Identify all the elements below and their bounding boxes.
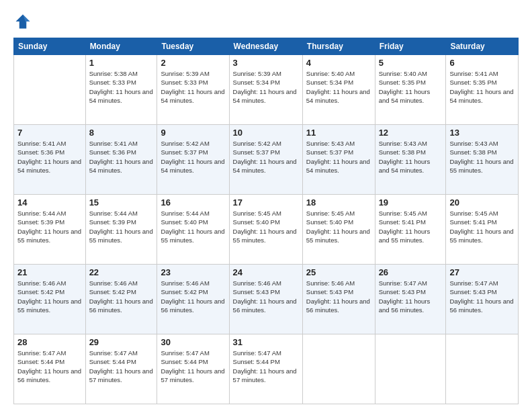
day-number: 1 [89, 58, 154, 68]
day-info: Sunrise: 5:43 AM Sunset: 5:38 PM Dayligh… [449, 139, 515, 175]
calendar-cell: 8Sunrise: 5:41 AM Sunset: 5:36 PM Daylig… [85, 125, 157, 195]
page: SundayMondayTuesdayWednesdayThursdayFrid… [0, 0, 532, 411]
header-row: SundayMondayTuesdayWednesdayThursdayFrid… [14, 38, 519, 55]
day-info: Sunrise: 5:47 AM Sunset: 5:43 PM Dayligh… [379, 279, 443, 314]
day-info: Sunrise: 5:44 AM Sunset: 5:40 PM Dayligh… [161, 209, 225, 244]
day-info: Sunrise: 5:46 AM Sunset: 5:43 PM Dayligh… [306, 279, 371, 314]
day-number: 14 [17, 197, 82, 208]
day-info: Sunrise: 5:45 AM Sunset: 5:40 PM Dayligh… [233, 209, 299, 244]
day-header-sunday: Sunday [14, 38, 86, 55]
day-header-tuesday: Tuesday [157, 38, 229, 55]
calendar-cell: 17Sunrise: 5:45 AM Sunset: 5:40 PM Dayli… [229, 195, 302, 265]
day-number: 2 [161, 58, 225, 68]
day-number: 22 [89, 267, 154, 277]
calendar-cell: 13Sunrise: 5:43 AM Sunset: 5:38 PM Dayli… [446, 125, 519, 195]
day-number: 23 [161, 267, 225, 277]
calendar-cell: 22Sunrise: 5:46 AM Sunset: 5:42 PM Dayli… [85, 265, 157, 334]
calendar-table: SundayMondayTuesdayWednesdayThursdayFrid… [13, 38, 519, 404]
day-number: 25 [306, 267, 371, 277]
calendar-cell: 29Sunrise: 5:47 AM Sunset: 5:44 PM Dayli… [85, 334, 157, 404]
day-info: Sunrise: 5:47 AM Sunset: 5:43 PM Dayligh… [449, 279, 515, 314]
calendar-cell: 24Sunrise: 5:46 AM Sunset: 5:43 PM Dayli… [229, 265, 302, 334]
day-info: Sunrise: 5:41 AM Sunset: 5:35 PM Dayligh… [449, 69, 515, 105]
day-number: 9 [161, 128, 225, 138]
calendar-cell: 28Sunrise: 5:47 AM Sunset: 5:44 PM Dayli… [14, 334, 86, 404]
calendar-cell: 4Sunrise: 5:40 AM Sunset: 5:34 PM Daylig… [302, 55, 375, 125]
calendar-cell [14, 55, 86, 125]
calendar-cell: 25Sunrise: 5:46 AM Sunset: 5:43 PM Dayli… [302, 265, 375, 334]
calendar-cell: 30Sunrise: 5:47 AM Sunset: 5:44 PM Dayli… [157, 334, 229, 404]
day-info: Sunrise: 5:40 AM Sunset: 5:35 PM Dayligh… [379, 69, 443, 105]
day-info: Sunrise: 5:43 AM Sunset: 5:37 PM Dayligh… [306, 139, 371, 175]
calendar-cell: 14Sunrise: 5:44 AM Sunset: 5:39 PM Dayli… [14, 195, 86, 265]
logo [13, 12, 35, 31]
day-number: 11 [306, 128, 371, 138]
day-header-friday: Friday [375, 38, 446, 55]
day-number: 19 [379, 197, 443, 208]
day-info: Sunrise: 5:44 AM Sunset: 5:39 PM Dayligh… [89, 209, 154, 244]
day-number: 8 [89, 128, 154, 138]
day-header-thursday: Thursday [302, 38, 375, 55]
day-info: Sunrise: 5:44 AM Sunset: 5:39 PM Dayligh… [17, 209, 82, 244]
day-number: 28 [17, 337, 82, 347]
calendar-cell [446, 334, 519, 404]
week-row-3: 21Sunrise: 5:46 AM Sunset: 5:42 PM Dayli… [14, 265, 519, 334]
day-info: Sunrise: 5:42 AM Sunset: 5:37 PM Dayligh… [161, 139, 225, 175]
day-header-monday: Monday [85, 38, 157, 55]
calendar-cell: 10Sunrise: 5:42 AM Sunset: 5:37 PM Dayli… [229, 125, 302, 195]
calendar-body: 1Sunrise: 5:38 AM Sunset: 5:33 PM Daylig… [14, 55, 519, 404]
day-number: 30 [161, 337, 225, 347]
day-info: Sunrise: 5:39 AM Sunset: 5:33 PM Dayligh… [161, 69, 225, 105]
calendar-cell: 19Sunrise: 5:45 AM Sunset: 5:41 PM Dayli… [375, 195, 446, 265]
day-info: Sunrise: 5:39 AM Sunset: 5:34 PM Dayligh… [233, 69, 299, 105]
calendar-cell [302, 334, 375, 404]
calendar-cell: 16Sunrise: 5:44 AM Sunset: 5:40 PM Dayli… [157, 195, 229, 265]
day-number: 13 [449, 128, 515, 138]
day-info: Sunrise: 5:43 AM Sunset: 5:38 PM Dayligh… [379, 139, 443, 175]
day-number: 29 [89, 337, 154, 347]
calendar-cell: 5Sunrise: 5:40 AM Sunset: 5:35 PM Daylig… [375, 55, 446, 125]
calendar-cell: 26Sunrise: 5:47 AM Sunset: 5:43 PM Dayli… [375, 265, 446, 334]
week-row-0: 1Sunrise: 5:38 AM Sunset: 5:33 PM Daylig… [14, 55, 519, 125]
day-info: Sunrise: 5:47 AM Sunset: 5:44 PM Dayligh… [233, 349, 299, 384]
day-info: Sunrise: 5:47 AM Sunset: 5:44 PM Dayligh… [17, 349, 82, 384]
day-info: Sunrise: 5:45 AM Sunset: 5:41 PM Dayligh… [449, 209, 515, 244]
calendar-cell: 12Sunrise: 5:43 AM Sunset: 5:38 PM Dayli… [375, 125, 446, 195]
day-number: 4 [306, 58, 371, 68]
day-info: Sunrise: 5:46 AM Sunset: 5:42 PM Dayligh… [17, 279, 82, 314]
calendar-cell: 21Sunrise: 5:46 AM Sunset: 5:42 PM Dayli… [14, 265, 86, 334]
day-info: Sunrise: 5:40 AM Sunset: 5:34 PM Dayligh… [306, 69, 371, 105]
day-header-saturday: Saturday [446, 38, 519, 55]
calendar-cell: 23Sunrise: 5:46 AM Sunset: 5:42 PM Dayli… [157, 265, 229, 334]
day-info: Sunrise: 5:47 AM Sunset: 5:44 PM Dayligh… [89, 349, 154, 384]
calendar-cell: 15Sunrise: 5:44 AM Sunset: 5:39 PM Dayli… [85, 195, 157, 265]
day-number: 24 [233, 267, 299, 277]
day-header-wednesday: Wednesday [229, 38, 302, 55]
day-info: Sunrise: 5:45 AM Sunset: 5:41 PM Dayligh… [379, 209, 443, 244]
day-number: 31 [233, 337, 299, 347]
calendar-cell: 7Sunrise: 5:41 AM Sunset: 5:36 PM Daylig… [14, 125, 86, 195]
calendar-cell: 27Sunrise: 5:47 AM Sunset: 5:43 PM Dayli… [446, 265, 519, 334]
calendar-cell: 6Sunrise: 5:41 AM Sunset: 5:35 PM Daylig… [446, 55, 519, 125]
day-number: 18 [306, 197, 371, 208]
day-info: Sunrise: 5:47 AM Sunset: 5:44 PM Dayligh… [161, 349, 225, 384]
calendar-header: SundayMondayTuesdayWednesdayThursdayFrid… [14, 38, 519, 55]
day-number: 10 [233, 128, 299, 138]
day-info: Sunrise: 5:46 AM Sunset: 5:42 PM Dayligh… [161, 279, 225, 314]
day-number: 27 [449, 267, 515, 277]
day-number: 20 [449, 197, 515, 208]
day-number: 6 [449, 58, 515, 68]
calendar-cell: 18Sunrise: 5:45 AM Sunset: 5:40 PM Dayli… [302, 195, 375, 265]
calendar-cell: 9Sunrise: 5:42 AM Sunset: 5:37 PM Daylig… [157, 125, 229, 195]
day-number: 12 [379, 128, 443, 138]
day-info: Sunrise: 5:45 AM Sunset: 5:40 PM Dayligh… [306, 209, 371, 244]
day-number: 17 [233, 197, 299, 208]
calendar-cell: 3Sunrise: 5:39 AM Sunset: 5:34 PM Daylig… [229, 55, 302, 125]
calendar-cell [375, 334, 446, 404]
week-row-4: 28Sunrise: 5:47 AM Sunset: 5:44 PM Dayli… [14, 334, 519, 404]
calendar-cell: 11Sunrise: 5:43 AM Sunset: 5:37 PM Dayli… [302, 125, 375, 195]
day-number: 7 [17, 128, 82, 138]
header [13, 12, 519, 31]
day-number: 3 [233, 58, 299, 68]
calendar-cell: 2Sunrise: 5:39 AM Sunset: 5:33 PM Daylig… [157, 55, 229, 125]
